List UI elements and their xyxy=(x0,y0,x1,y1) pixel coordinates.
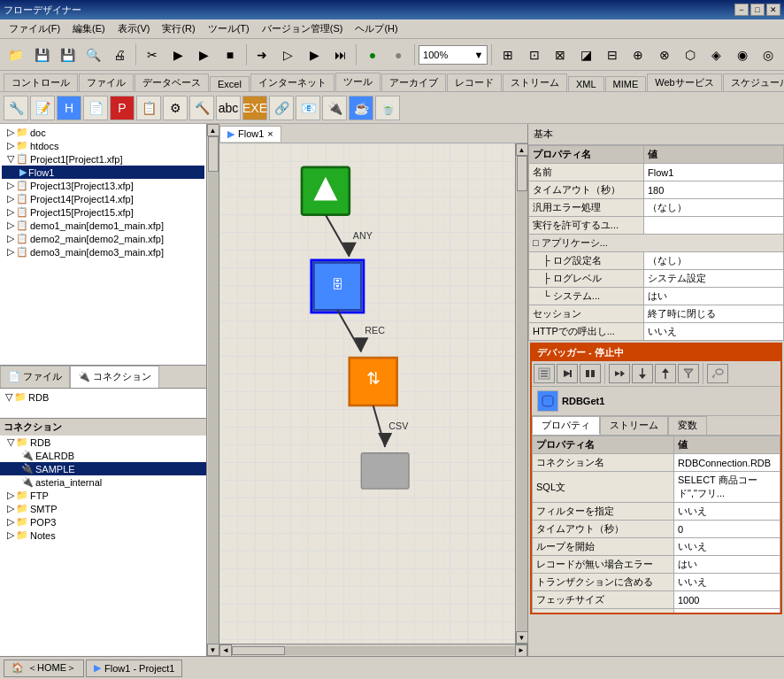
prop-http-value[interactable]: いいえ xyxy=(644,323,784,341)
tree-item-project15[interactable]: ▷ 📋 Project15[Project15.xfp] xyxy=(2,205,204,219)
comp-btn8[interactable]: 🔨 xyxy=(189,96,214,120)
conn-notes[interactable]: ▷ 📁 Notes xyxy=(0,529,206,542)
conn-smtp[interactable]: ▷ 📁 SMTP xyxy=(0,502,206,515)
tab-internet[interactable]: インターネット xyxy=(250,73,334,91)
conn-ealrdb[interactable]: 🔌 EALRDB xyxy=(0,449,206,462)
tab-stream[interactable]: ストリーム xyxy=(503,73,567,91)
toolbar-btn1[interactable]: ⊡ xyxy=(522,42,546,67)
debug-sql-value[interactable]: SELECT 商品コード","フリ... xyxy=(674,472,780,503)
debug-forward-btn[interactable] xyxy=(609,364,630,383)
tree-item-doc[interactable]: ▷ 📁 doc xyxy=(2,126,204,139)
menu-help[interactable]: ヘルプ(H) xyxy=(350,20,403,37)
conn-ftp[interactable]: ▷ 📁 FTP xyxy=(0,489,206,502)
menu-file[interactable]: ファイル(F) xyxy=(4,20,65,37)
tree-item-demo1[interactable]: ▷ 📋 demo1_main[demo1_main.xfp] xyxy=(2,219,204,232)
toolbar-open-folder[interactable]: 📁 xyxy=(4,42,27,67)
comp-btn14[interactable]: ☕ xyxy=(349,96,373,120)
tree-item-demo2[interactable]: ▷ 📋 demo2_main[demo2_main.xfp] xyxy=(2,232,204,245)
toolbar-btn7[interactable]: ⬡ xyxy=(678,42,702,67)
prop-session-value[interactable]: 終了時に閉じる xyxy=(644,305,784,323)
tab-record[interactable]: レコード xyxy=(447,73,502,91)
debug-loop-value[interactable]: いいえ xyxy=(674,538,780,556)
toolbar-play2[interactable]: ▶ xyxy=(192,42,216,67)
zoom-dropdown-icon[interactable]: ▼ xyxy=(474,50,484,60)
tab-control[interactable]: コントロール xyxy=(4,73,78,91)
comp-btn6[interactable]: 📋 xyxy=(136,96,161,120)
minimize-button[interactable]: − xyxy=(734,4,749,16)
prop-system-value[interactable]: はい xyxy=(644,288,784,305)
tab-tools[interactable]: ツール xyxy=(335,73,380,91)
comp-btn15[interactable]: 🍵 xyxy=(375,96,400,120)
prop-log-value[interactable]: （なし） xyxy=(644,252,784,270)
toolbar-grid[interactable]: ⊞ xyxy=(496,42,519,67)
comp-btn2[interactable]: 📝 xyxy=(30,96,55,120)
comp-btn3[interactable]: H xyxy=(57,96,81,120)
conn-pop3[interactable]: ▷ 📁 POP3 xyxy=(0,515,206,529)
comp-btn13[interactable]: 🔌 xyxy=(322,96,347,120)
comp-btn9[interactable]: abc xyxy=(216,96,241,120)
debug-trans-value[interactable]: いいえ xyxy=(674,574,780,591)
tree-item-demo3[interactable]: ▷ 📋 demo3_main[demo3_main.xfp] xyxy=(2,245,204,258)
tab-excel[interactable]: Excel xyxy=(210,76,250,91)
debug-useparam-value[interactable]: はい xyxy=(674,609,780,613)
debug-norecord-value[interactable]: はい xyxy=(674,556,780,574)
menu-view[interactable]: 表示(V) xyxy=(112,20,156,37)
tab-mime[interactable]: MIME xyxy=(605,76,647,91)
tab-archive[interactable]: アーカイブ xyxy=(381,73,446,91)
close-button[interactable]: ✕ xyxy=(766,4,780,16)
flow-canvas[interactable]: ANY 🗄 REC ⇅ xyxy=(219,143,515,644)
flow-tab-flow1[interactable]: ▶ Flow1 × xyxy=(219,126,281,142)
toolbar-run[interactable]: ▷ xyxy=(276,42,300,67)
debug-filter-btn[interactable] xyxy=(678,364,699,383)
canvas-scroll-thumb[interactable] xyxy=(517,156,527,191)
scroll-up-btn[interactable]: ▲ xyxy=(207,124,219,136)
comp-btn12[interactable]: 📧 xyxy=(296,96,320,120)
debug-up-btn[interactable] xyxy=(655,364,676,383)
toolbar-stop[interactable]: ■ xyxy=(218,42,242,67)
comp-btn4[interactable]: 📄 xyxy=(83,96,108,120)
prop-exec-value[interactable] xyxy=(644,217,784,235)
debug-filter-value[interactable]: いいえ xyxy=(674,503,780,521)
tab-file[interactable]: ファイル xyxy=(79,73,134,91)
comp-btn11[interactable]: 🔗 xyxy=(269,96,294,120)
debug-step-btn[interactable] xyxy=(557,364,578,383)
toolbar-green[interactable]: ● xyxy=(360,42,384,67)
prop-loglevel-value[interactable]: システム設定 xyxy=(644,270,784,288)
menu-version[interactable]: バージョン管理(S) xyxy=(257,20,349,37)
canvas-vscroll[interactable]: ▲ ▼ xyxy=(515,143,527,644)
debug-fetch-value[interactable]: 1000 xyxy=(674,591,780,609)
tab-database[interactable]: データベース xyxy=(135,73,209,91)
canvas-scroll-down[interactable]: ▼ xyxy=(516,631,528,644)
hscroll-thumb[interactable] xyxy=(232,646,285,655)
toolbar-btn10[interactable]: ◎ xyxy=(757,42,780,67)
toolbar-run2[interactable]: ▶ xyxy=(302,42,326,67)
debug-timeout-value[interactable]: 0 xyxy=(674,521,780,538)
menu-run[interactable]: 実行(R) xyxy=(157,20,200,37)
flow-tab-close[interactable]: × xyxy=(267,128,273,139)
debug-key-btn[interactable] xyxy=(707,364,728,383)
conn-rdb[interactable]: ▽ 📁 RDB xyxy=(0,436,206,449)
tab-webservice[interactable]: Webサービス xyxy=(647,73,721,91)
debug-record-btn[interactable] xyxy=(534,364,555,383)
scroll-track[interactable] xyxy=(208,136,219,644)
toolbar-arrow[interactable]: ➜ xyxy=(250,42,274,67)
prop-error-value[interactable]: （なし） xyxy=(644,199,784,217)
tree-item-project1[interactable]: ▽ 📋 Project1[Project1.xfp] xyxy=(2,152,204,166)
zoom-control[interactable]: 100% ▼ xyxy=(419,45,488,65)
tree-item-htdocs[interactable]: ▷ 📁 htdocs xyxy=(2,139,204,152)
canvas-scroll-track[interactable] xyxy=(517,156,527,631)
toolbar-find[interactable]: 🔍 xyxy=(81,42,105,67)
debug-tab-variable[interactable]: 変数 xyxy=(668,416,707,435)
toolbar-save[interactable]: 💾 xyxy=(29,42,53,67)
tree-scrollbar[interactable]: ▲ ▼ xyxy=(206,124,219,656)
debug-property-scroll[interactable]: プロパティ名 値 コネクション名 RDBConnection.RDB SQL文 … xyxy=(532,436,780,613)
status-flow[interactable]: ▶ Flow1 - Project1 xyxy=(86,660,182,677)
tree-item-flow1[interactable]: ▶ Flow1 xyxy=(2,166,204,179)
tab-schedule[interactable]: スケジュール xyxy=(723,73,784,91)
canvas-scroll-up[interactable]: ▲ xyxy=(516,143,528,156)
toolbar-btn9[interactable]: ◉ xyxy=(730,42,754,67)
conn-asteria[interactable]: 🔌 asteria_internal xyxy=(0,475,206,489)
left-tab-connection[interactable]: 🔌 コネクション xyxy=(70,366,159,388)
toolbar-print[interactable]: 🖨 xyxy=(108,42,132,67)
toolbar-btn4[interactable]: ⊟ xyxy=(600,42,624,67)
